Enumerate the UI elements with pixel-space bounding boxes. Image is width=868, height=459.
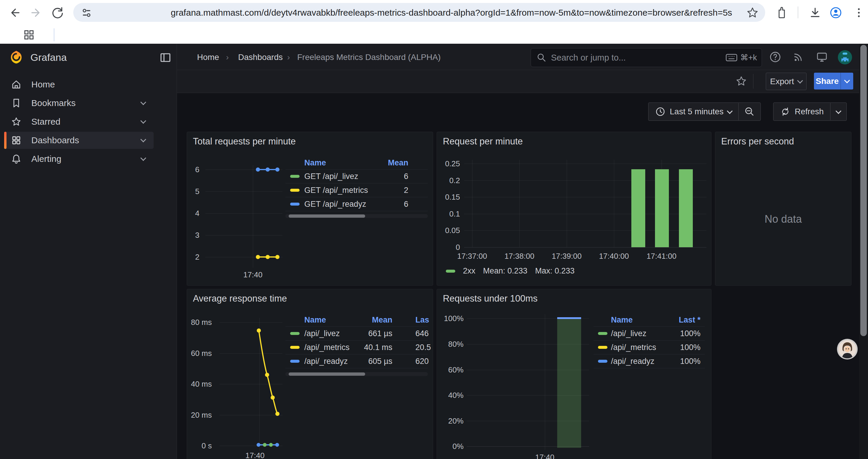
series-swatch [290, 203, 300, 205]
refresh-button[interactable]: Refresh [773, 106, 830, 117]
series-swatch [598, 360, 608, 363]
panel-title[interactable]: Request per minute [443, 136, 523, 147]
series-name[interactable]: /api/_readyz [611, 357, 654, 366]
chevron-down-icon[interactable] [140, 155, 146, 161]
share-button[interactable]: Share [814, 73, 840, 90]
search-input[interactable]: Search or jump to... ⌘+k [531, 48, 762, 67]
news-rss-icon[interactable] [792, 51, 805, 65]
apps-grid-icon[interactable] [23, 29, 35, 42]
legend-col-name[interactable]: Name [304, 316, 326, 325]
site-settings-icon[interactable] [81, 7, 92, 20]
series-swatch [290, 175, 300, 178]
bar-2xx[interactable] [655, 169, 669, 247]
sidebar-item-dashboards[interactable]: Dashboards [4, 132, 154, 149]
legend-col-mean[interactable]: Mean [363, 316, 392, 325]
refresh-interval-button[interactable] [831, 110, 846, 113]
export-button[interactable]: Export [766, 73, 807, 90]
legend-row[interactable]: GET /api/_metrics 2 [285, 183, 428, 197]
bookmark-star-icon[interactable] [746, 6, 759, 21]
panel-title[interactable]: Errors per second [721, 136, 794, 147]
series-max: Max: 0.233 [535, 266, 575, 275]
panel-title[interactable]: Requests under 100ms [443, 293, 538, 304]
panel-errors-per-second: Errors per second No data [715, 132, 851, 286]
series-name[interactable]: /api/_metrics [304, 343, 349, 352]
sidebar-item-starred[interactable]: Starred [4, 113, 154, 130]
legend-row[interactable]: /api/_metrics 100% [593, 340, 705, 354]
favorite-star-icon[interactable] [735, 75, 747, 89]
panel-total-requests: Total requests per minute 6 5 4 3 2 17:4… [187, 132, 433, 286]
x-tick: 17:39:00 [546, 252, 587, 260]
bar-2xx[interactable] [679, 169, 693, 247]
page-scrollbar-thumb[interactable] [860, 45, 867, 336]
series-name[interactable]: /api/_readyz [304, 357, 348, 366]
legend-row[interactable]: GET /api/_livez 6 [285, 169, 428, 183]
floating-assistant-avatar[interactable] [837, 338, 858, 360]
chevron-down-icon[interactable] [140, 136, 146, 142]
legend-row[interactable]: /api/_metrics 40.1 ms 20.5 r [285, 340, 428, 354]
legend-col-name[interactable]: Name [304, 158, 326, 167]
legend-row[interactable]: /api/_readyz 605 µs 620 [285, 354, 428, 368]
legend-col-last[interactable]: Last * [679, 316, 701, 325]
breadcrumb-current: Freeleaps Metrics Dashboard (ALPHA) [297, 53, 441, 62]
bar-under-100ms[interactable] [557, 318, 581, 448]
series-mean: Mean: 0.233 [483, 266, 527, 275]
sidebar-item-home[interactable]: Home [4, 76, 154, 93]
x-tick: 17:40:00 [593, 252, 634, 260]
legend-scrollbar-thumb[interactable] [289, 372, 365, 376]
monitor-icon[interactable] [815, 51, 829, 65]
time-range-label: Last 5 minutes [670, 107, 723, 117]
zoom-out-button[interactable] [739, 106, 761, 117]
time-range-picker[interactable]: Last 5 minutes [649, 106, 738, 117]
series-name[interactable]: GET /api/_metrics [304, 186, 368, 195]
url-bar[interactable]: grafana.mathmast.com/d/deytv4rwavabkb/fr… [73, 3, 765, 22]
series-name[interactable]: /api/_livez [611, 329, 646, 338]
sidebar-item-bookmarks[interactable]: Bookmarks [4, 95, 154, 112]
profile-icon[interactable] [829, 6, 843, 21]
sidebar-item-alerting[interactable]: Alerting [4, 150, 154, 167]
y-tick: 80% [437, 340, 464, 348]
legend-row[interactable]: /api/_livez 661 µs 646 [285, 326, 428, 340]
browser-chrome: grafana.mathmast.com/d/deytv4rwavabkb/fr… [0, 0, 868, 44]
share-menu-button[interactable] [840, 73, 853, 90]
reload-icon[interactable] [51, 6, 64, 21]
legend-table: Name Mean GET /api/_livez 6 GET /api/_me… [285, 157, 428, 211]
user-avatar[interactable] [837, 50, 852, 66]
browser-menu-icon[interactable] [852, 6, 866, 21]
breadcrumb-home[interactable]: Home [197, 53, 219, 62]
help-icon[interactable] [769, 51, 782, 65]
breadcrumb-dashboards[interactable]: Dashboards [238, 53, 283, 62]
grafana-logo[interactable] [9, 50, 24, 66]
series-name[interactable]: GET /api/_readyz [304, 200, 366, 209]
series-name[interactable]: /api/_livez [304, 329, 340, 338]
legend-row[interactable]: /api/_readyz 100% [593, 354, 705, 368]
series-name[interactable]: /api/_metrics [611, 343, 656, 352]
legend-header: Name Mean [285, 157, 428, 169]
y-tick: 0.25 [437, 160, 460, 168]
chevron-down-icon [727, 108, 733, 114]
series-name[interactable]: 2xx [463, 266, 475, 275]
legend-col-name[interactable]: Name [611, 316, 633, 325]
legend-row[interactable]: GET /api/_readyz 6 [285, 197, 428, 211]
browser-toolbar: grafana.mathmast.com/d/deytv4rwavabkb/fr… [0, 0, 868, 25]
legend-scrollbar[interactable] [285, 214, 428, 218]
download-icon[interactable] [808, 6, 822, 21]
export-label: Export [770, 77, 794, 86]
back-icon[interactable] [8, 6, 21, 21]
legend-scrollbar-thumb[interactable] [289, 215, 365, 218]
chevron-down-icon[interactable] [140, 99, 146, 105]
series-name[interactable]: GET /api/_livez [304, 172, 359, 181]
keyboard-icon [725, 53, 737, 62]
sidebar-toggle-icon[interactable] [160, 53, 170, 63]
gridline [545, 314, 545, 450]
legend-scrollbar[interactable] [285, 372, 428, 376]
legend-row[interactable]: /api/_livez 100% [593, 326, 705, 340]
extension-icon[interactable] [775, 6, 788, 21]
chevron-down-icon[interactable] [140, 118, 146, 124]
page-scrollbar[interactable] [859, 44, 868, 459]
search-icon [536, 52, 547, 63]
forward-icon[interactable] [30, 6, 43, 21]
legend-col-last[interactable]: Las [415, 316, 429, 325]
bar-2xx[interactable] [631, 169, 645, 247]
series-swatch [290, 189, 300, 192]
legend-col-mean[interactable]: Mean [388, 158, 408, 167]
